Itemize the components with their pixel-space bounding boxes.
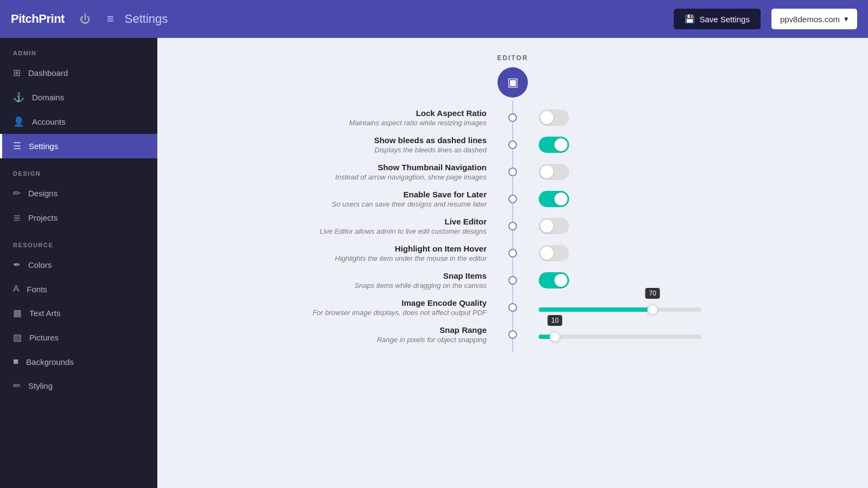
toggle-enable-save-for-later[interactable] bbox=[539, 191, 569, 207]
timeline-dot-lock-aspect-ratio bbox=[508, 113, 517, 122]
sidebar-label-backgrounds: Backgrounds bbox=[26, 357, 74, 367]
slider-container-image-encode-quality[interactable]: 70 bbox=[539, 303, 701, 312]
setting-desc-snap-items: Snaps items while dragging on the canvas bbox=[269, 281, 487, 290]
accounts-icon: 👤 bbox=[13, 116, 24, 127]
setting-desc-show-bleeds: Displays the bleeds lines as dashed bbox=[269, 146, 487, 154]
sidebar-item-dashboard[interactable]: ⊞ Dashboard bbox=[0, 61, 157, 85]
toggle-show-thumbnail-nav[interactable] bbox=[539, 164, 569, 180]
backgrounds-icon: ■ bbox=[13, 356, 18, 367]
toggle-thumb-lock-aspect-ratio bbox=[540, 111, 553, 124]
sidebar-section-resource: RESOURCE bbox=[0, 230, 157, 253]
timeline-dot-snap-range bbox=[508, 330, 517, 339]
sidebar-item-styling[interactable]: ✏ Styling bbox=[0, 374, 157, 398]
timeline-dot-enable-save-for-later bbox=[508, 195, 517, 203]
sidebar-item-pictures[interactable]: ▨ Pictures bbox=[0, 325, 157, 350]
setting-control-side-snap-range: 10 bbox=[517, 330, 757, 339]
editor-icon: ▣ bbox=[507, 75, 519, 89]
toggle-track-snap-items bbox=[539, 272, 569, 288]
toggle-track-lock-aspect-ratio bbox=[539, 110, 569, 126]
toggle-live-editor[interactable] bbox=[539, 218, 569, 234]
sidebar: ADMIN ⊞ Dashboard ⚓ Domains 👤 Accounts ☰… bbox=[0, 38, 157, 488]
logo-text: PitchPrint bbox=[11, 12, 65, 26]
save-settings-button[interactable]: 💾 Save Settings bbox=[674, 9, 761, 29]
setting-label-side-enable-save-for-later: Enable Save for LaterSo users can save t… bbox=[269, 190, 508, 208]
main-layout: ADMIN ⊞ Dashboard ⚓ Domains 👤 Accounts ☰… bbox=[0, 38, 868, 488]
sidebar-item-domains[interactable]: ⚓ Domains bbox=[0, 85, 157, 110]
settings-icon: ☰ bbox=[13, 140, 21, 152]
styling-icon: ✏ bbox=[13, 380, 21, 391]
setting-desc-lock-aspect-ratio: Maintains aspect ratio while resizing im… bbox=[269, 119, 487, 127]
timeline-dot-highlight-on-hover bbox=[508, 249, 517, 258]
setting-row-image-encode-quality: Image Encode QualityFor browser image di… bbox=[269, 298, 757, 317]
setting-desc-live-editor: Live Editor allows admin to live edit cu… bbox=[269, 227, 487, 235]
setting-desc-image-encode-quality: For browser image displays, does not aff… bbox=[269, 309, 487, 317]
sidebar-label-dashboard: Dashboard bbox=[28, 68, 68, 78]
sidebar-item-fonts[interactable]: A Fonts bbox=[0, 277, 157, 301]
settings-menu-icon: ≡ bbox=[107, 12, 114, 26]
setting-name-enable-save-for-later: Enable Save for Later bbox=[269, 190, 487, 199]
slider-thumb-image-encode-quality[interactable] bbox=[647, 304, 658, 315]
slider-tooltip-image-encode-quality: 70 bbox=[645, 288, 660, 299]
toggle-show-bleeds[interactable] bbox=[539, 137, 569, 153]
slider-tooltip-snap-range: 10 bbox=[547, 315, 562, 326]
setting-control-side-live-editor bbox=[517, 218, 757, 234]
toggle-track-show-bleeds bbox=[539, 137, 569, 153]
setting-name-image-encode-quality: Image Encode Quality bbox=[269, 298, 487, 307]
designs-icon: ✏ bbox=[13, 188, 21, 199]
sidebar-item-colors[interactable]: ✒ Colors bbox=[0, 253, 157, 277]
toggle-thumb-enable-save-for-later bbox=[554, 192, 567, 206]
fonts-icon: A bbox=[13, 284, 19, 294]
domain-value: ppv8demos.com bbox=[780, 15, 840, 24]
editor-header: EDITOR ▣ bbox=[497, 54, 528, 98]
setting-label-side-lock-aspect-ratio: Lock Aspect RatioMaintains aspect ratio … bbox=[269, 108, 508, 127]
sidebar-item-settings[interactable]: ☰ Settings bbox=[0, 134, 157, 158]
toggle-track-highlight-on-hover bbox=[539, 245, 569, 261]
toggle-track-enable-save-for-later bbox=[539, 191, 569, 207]
domain-selector[interactable]: ppv8demos.com ▾ bbox=[771, 9, 857, 29]
toggle-thumb-show-thumbnail-nav bbox=[540, 165, 553, 178]
toggle-track-show-thumbnail-nav bbox=[539, 164, 569, 180]
topbar: PitchPrint ⏻ ≡ Settings 💾 Save Settings … bbox=[0, 0, 868, 38]
toggle-thumb-highlight-on-hover bbox=[540, 247, 553, 260]
toggle-thumb-show-bleeds bbox=[554, 138, 567, 151]
slider-thumb-snap-range[interactable] bbox=[550, 331, 560, 342]
toggle-snap-items[interactable] bbox=[539, 272, 569, 288]
pictures-icon: ▨ bbox=[13, 332, 22, 343]
setting-desc-snap-range: Range in pixels for object snapping bbox=[269, 336, 487, 344]
setting-name-lock-aspect-ratio: Lock Aspect Ratio bbox=[269, 108, 487, 118]
save-settings-label: Save Settings bbox=[699, 15, 750, 24]
textarts-icon: ▦ bbox=[13, 307, 22, 319]
timeline-dot-show-bleeds bbox=[508, 140, 517, 149]
sidebar-item-backgrounds[interactable]: ■ Backgrounds bbox=[0, 350, 157, 374]
setting-control-side-lock-aspect-ratio bbox=[517, 110, 757, 126]
setting-name-live-editor: Live Editor bbox=[269, 217, 487, 226]
domain-arrow-icon: ▾ bbox=[844, 14, 848, 24]
setting-label-side-highlight-on-hover: Highlight on Item HoverHighlights the it… bbox=[269, 244, 508, 262]
setting-row-highlight-on-hover: Highlight on Item HoverHighlights the it… bbox=[269, 244, 757, 262]
colors-icon: ✒ bbox=[13, 259, 21, 271]
toggle-lock-aspect-ratio[interactable] bbox=[539, 110, 569, 126]
logo: PitchPrint bbox=[11, 12, 65, 26]
toggle-track-live-editor bbox=[539, 218, 569, 234]
setting-name-highlight-on-hover: Highlight on Item Hover bbox=[269, 244, 487, 253]
setting-label-side-show-thumbnail-nav: Show Thumbnail NavigationInstead of arro… bbox=[269, 163, 508, 181]
sidebar-item-designs[interactable]: ✏ Designs bbox=[0, 181, 157, 206]
timeline-dot-snap-items bbox=[508, 276, 517, 285]
power-icon[interactable]: ⏻ bbox=[80, 13, 91, 25]
slider-fill-image-encode-quality bbox=[539, 307, 653, 312]
sidebar-item-projects[interactable]: ≣ Projects bbox=[0, 206, 157, 230]
setting-row-snap-items: Snap ItemsSnaps items while dragging on … bbox=[269, 271, 757, 290]
sidebar-label-settings: Settings bbox=[29, 142, 58, 151]
setting-control-side-show-thumbnail-nav bbox=[517, 164, 757, 180]
toggle-thumb-snap-items bbox=[554, 274, 567, 287]
toggle-highlight-on-hover[interactable] bbox=[539, 245, 569, 261]
settings-timeline: EDITOR ▣ Lock Aspect RatioMaintains aspe… bbox=[179, 54, 846, 352]
setting-control-side-snap-items bbox=[517, 272, 757, 288]
sidebar-label-domains: Domains bbox=[32, 93, 64, 102]
sidebar-item-accounts[interactable]: 👤 Accounts bbox=[0, 110, 157, 134]
slider-container-snap-range[interactable]: 10 bbox=[539, 330, 701, 339]
setting-name-show-thumbnail-nav: Show Thumbnail Navigation bbox=[269, 163, 487, 172]
setting-desc-show-thumbnail-nav: Instead of arrow navigagtion, show page … bbox=[269, 173, 487, 181]
setting-row-snap-range: Snap RangeRange in pixels for object sna… bbox=[269, 325, 757, 344]
sidebar-item-textarts[interactable]: ▦ Text Arts bbox=[0, 301, 157, 325]
